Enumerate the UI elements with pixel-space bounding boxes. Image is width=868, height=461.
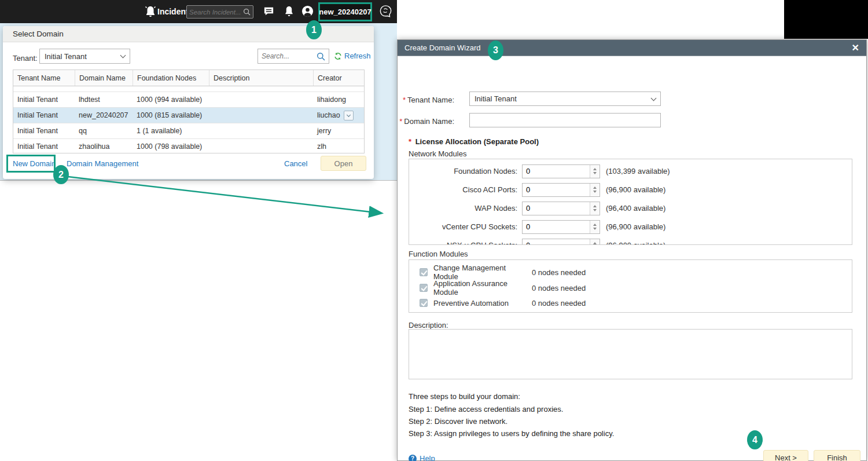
cisco-aci-ports-available: (96,900 available) [606,185,665,194]
tenant-select-value: Initial Tenant [45,52,87,61]
wizard-domain-name-field[interactable] [469,113,661,127]
required-asterisk: * [409,137,414,146]
chat-icon[interactable] [263,6,274,19]
close-icon[interactable]: ✕ [852,43,859,53]
incident-search-input[interactable] [189,9,243,16]
refresh-button[interactable]: Refresh [334,52,371,60]
chevron-down-icon [651,95,657,101]
table-row-selected[interactable]: Initial Tenant new_20240207 1000 (815 av… [13,108,364,123]
table-row[interactable]: Initial Tenant qq 1 (1 available) jerry [13,123,364,139]
annotation-step-1: 1 [306,20,322,39]
col-tenant-name[interactable]: Tenant Name [13,74,75,82]
create-domain-wizard-dialog: Create Domain Wizard ✕ *Tenant Name: Ini… [397,39,867,461]
wap-nodes-input[interactable] [523,204,587,213]
description-textarea[interactable] [409,329,852,379]
nsx-v-cpu-sockets-input[interactable] [523,241,587,245]
wizard-body: *Tenant Name: Initial Tenant *Domain Nam… [398,56,866,461]
foundation-nodes-stepper[interactable] [522,164,600,178]
wap-nodes-stepper[interactable] [522,202,600,215]
cell-nodes: 1 (1 available) [133,127,209,135]
cell-tenant: Initial Tenant [13,96,75,104]
vcenter-cpu-sockets-input[interactable] [523,222,587,231]
annotation-step-3: 3 [488,41,503,60]
search-icon [243,8,251,16]
vcenter-cpu-sockets-stepper[interactable] [522,220,600,234]
col-creator[interactable]: Creator [313,70,359,86]
tenant-name-label: Tenant Name: [407,96,454,104]
cell-tenant: Initial Tenant [13,111,75,119]
search-icon [317,52,325,61]
chevron-down-icon [120,53,126,58]
user-avatar-icon[interactable] [301,5,314,20]
cell-domain: lhdtest [75,96,133,104]
nsx-v-cpu-sockets-available: (96,900 available) [606,241,665,245]
current-domain-badge[interactable]: new_20240207 [318,2,372,21]
cell-creator: liuchao [317,111,340,119]
domain-search-box[interactable] [258,49,329,64]
cell-domain: new_20240207 [75,111,133,119]
vcenter-cpu-sockets-available: (96,900 available) [606,222,665,231]
spinner-arrows-icon[interactable] [590,202,599,215]
cell-tenant: Initial Tenant [13,127,75,135]
nsx-v-cpu-sockets-label: NSX-v CPU Sockets: [409,241,522,245]
nsx-v-cpu-sockets-stepper[interactable] [522,239,600,246]
spinner-arrows-icon[interactable] [590,221,599,233]
cell-domain: zhaolihua [75,142,133,151]
help-label: Help [420,454,435,461]
incident-search-box[interactable] [186,5,253,19]
next-button[interactable]: Next > [763,450,808,461]
col-description[interactable]: Description [209,70,313,86]
incident-menu-label[interactable]: Incident [157,7,189,16]
checkbox-checked-icon[interactable] [420,284,428,292]
help-link[interactable]: ? Help [409,454,435,461]
screen: Incident new_20240207 Select Domain Tena… [0,0,868,461]
tenant-select[interactable]: Initial Tenant [39,49,130,64]
steps-intro: Three steps to build your domain: [409,392,520,401]
wizard-tenant-select[interactable]: Initial Tenant [469,92,661,106]
preventive-automation-label: Preventive Automation [433,299,532,308]
bell-icon[interactable] [284,6,294,19]
application-assurance-module-status: 0 nodes needed [532,284,586,292]
cell-creator: zlh [313,142,359,151]
table-row[interactable]: Initial Tenant zhaolihua 1000 (798 avail… [13,139,364,153]
required-asterisk: * [403,96,406,104]
application-assurance-module-label: Application Assurance Module [433,279,532,297]
wizard-title: Create Domain Wizard [404,43,481,52]
cisco-aci-ports-stepper[interactable] [522,183,600,197]
cisco-aci-ports-input[interactable] [523,185,587,194]
domain-table: Tenant Name Domain Name Foundation Nodes… [13,69,365,153]
step-2: Step 2: Discover live network. [409,417,507,426]
spinner-arrows-icon[interactable] [590,184,599,196]
cell-nodes: 1000 (798 available) [133,142,209,151]
wap-nodes-label: WAP Nodes: [409,204,522,213]
domain-name-label: Domain Name: [404,117,454,126]
foundation-nodes-label: Foundation Nodes: [409,167,522,175]
domain-name-input[interactable] [475,116,656,125]
finish-button[interactable]: Finish [814,450,860,461]
top-navigation-bar: Incident new_20240207 [0,0,397,23]
table-row[interactable]: Initial Tenant lhdtest 1000 (994 availab… [13,92,364,108]
blackout-rectangle [784,0,868,39]
spinner-arrows-icon[interactable] [590,239,599,246]
preventive-automation-status: 0 nodes needed [532,299,586,308]
foundation-nodes-available: (103,399 available) [606,167,670,175]
row-actions-dropdown[interactable] [344,111,354,120]
checkbox-checked-icon[interactable] [420,299,428,307]
cell-nodes: 1000 (815 available) [133,111,209,119]
col-domain-name[interactable]: Domain Name [75,70,133,86]
step-3: Step 3: Assign privileges to users by de… [409,429,614,438]
description-label: Description: [409,321,448,330]
domain-management-link[interactable]: Domain Management [67,159,138,168]
col-foundation-nodes[interactable]: Foundation Nodes [133,70,209,86]
help-question-icon: ? [409,455,417,461]
refresh-label: Refresh [344,52,371,60]
open-button[interactable]: Open [321,156,366,171]
foundation-nodes-input[interactable] [523,167,587,175]
netbrain-head-icon[interactable] [378,4,393,22]
domain-search-input[interactable] [262,52,317,60]
checkbox-checked-icon[interactable] [420,268,428,276]
cancel-button[interactable]: Cancel [284,159,307,168]
required-asterisk: * [399,117,402,126]
annotation-step-4: 4 [747,430,763,449]
spinner-arrows-icon[interactable] [590,165,599,178]
